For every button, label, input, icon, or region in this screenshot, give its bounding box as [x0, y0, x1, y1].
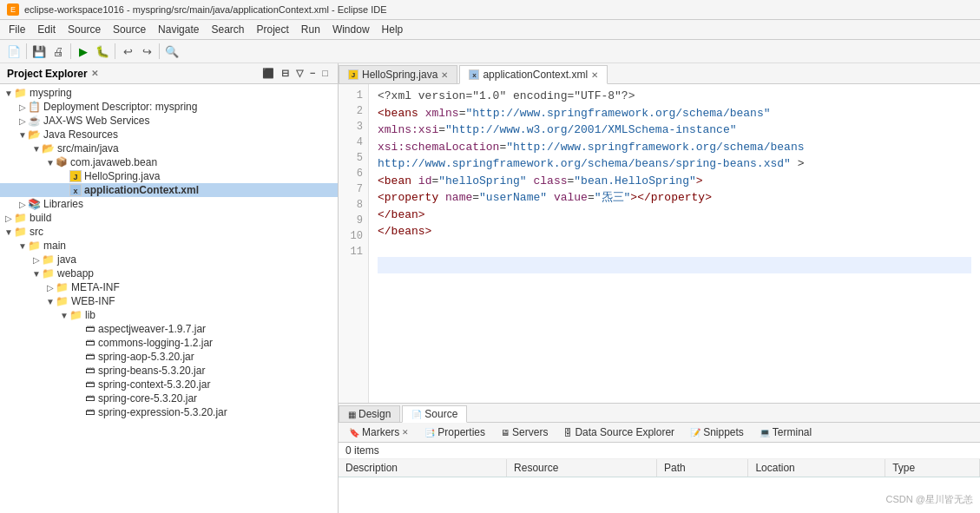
- menu-item-source[interactable]: Source: [62, 22, 106, 37]
- tree-item-jar6[interactable]: 🗃spring-core-5.3.20.jar: [0, 391, 338, 405]
- print-btn[interactable]: 🖨: [49, 43, 67, 60]
- tree-arrow-myspring[interactable]: ▼: [3, 89, 14, 98]
- code-line-1[interactable]: <?xml version="1.0" encoding="UTF-8"?>: [378, 88, 971, 105]
- tree-item-jar5[interactable]: 🗃spring-context-5.3.20.jar: [0, 378, 338, 391]
- bottom-tab-label-markers: Markers: [362, 426, 399, 438]
- editor-tab-appcontext[interactable]: xapplicationContext.xml ✕: [459, 65, 608, 84]
- tree-item-jar1[interactable]: 🗃aspectjweaver-1.9.7.jar: [0, 322, 338, 336]
- menu-item-source[interactable]: Source: [108, 22, 151, 37]
- menu-item-navigate[interactable]: Navigate: [153, 22, 204, 37]
- tree-item-jar7[interactable]: 🗃spring-expression-5.3.20.jar: [0, 405, 338, 419]
- code-line-3[interactable]: xmlns:xsi="http://www.w3.org/2001/XMLSch…: [378, 122, 971, 139]
- tree-icon-libraries: 📚: [28, 198, 41, 210]
- tree-item-jar3[interactable]: 🗃spring-aop-5.3.20.jar: [0, 350, 338, 364]
- bottom-tab-datasource[interactable]: 🗄Data Source Explorer: [556, 424, 681, 440]
- tree-item-src[interactable]: ▼📁src: [0, 225, 338, 239]
- tree-arrow-java[interactable]: ▷: [31, 255, 42, 265]
- code-line-5[interactable]: http://www.springframework.org/schema/be…: [378, 155, 971, 173]
- tree-icon-src-main-java: 📂: [42, 142, 55, 155]
- code-line-6[interactable]: <bean id="helloSpring" class="bean.Hello…: [378, 173, 971, 190]
- tree-item-libraries[interactable]: ▷📚Libraries: [0, 197, 338, 211]
- pe-filter[interactable]: ⊟: [279, 67, 292, 80]
- tab-close-appcontext[interactable]: ✕: [591, 70, 598, 80]
- tree-item-web-inf[interactable]: ▼📁WEB-INF: [0, 294, 338, 308]
- pe-close-icon[interactable]: ✕: [91, 69, 98, 78]
- tree-item-myspring[interactable]: ▼📁myspring: [0, 86, 338, 100]
- tree-arrow-lib[interactable]: ▼: [59, 311, 69, 320]
- bottom-tab-terminal[interactable]: 💻Terminal: [753, 424, 819, 440]
- save-btn[interactable]: 💾: [30, 43, 48, 60]
- tree-item-java-resources[interactable]: ▼📂Java Resources: [0, 128, 338, 141]
- menu-item-window[interactable]: Window: [327, 22, 375, 37]
- tree-item-jar2[interactable]: 🗃commons-logging-1.2.jar: [0, 336, 338, 350]
- undo-btn[interactable]: ↩: [119, 43, 136, 60]
- run-btn[interactable]: ▶: [75, 43, 92, 60]
- bottom-tab-snippets[interactable]: 📝Snippets: [683, 424, 751, 440]
- pe-view-menu[interactable]: ▽: [293, 67, 306, 80]
- bottom-tab-close-markers[interactable]: ✕: [402, 428, 409, 437]
- code-line-2[interactable]: <beans xmlns="http://www.springframework…: [378, 105, 971, 122]
- bottom-tab-properties[interactable]: 📑Properties: [418, 424, 492, 440]
- toolbar-sep-2: [70, 43, 71, 59]
- code-line-9[interactable]: </beans>: [378, 223, 971, 240]
- tree-item-hellospring-java[interactable]: JHelloSpring.java: [0, 169, 338, 183]
- tree-item-build[interactable]: ▷📁build: [0, 211, 338, 225]
- table-header-type: Type: [885, 459, 980, 477]
- pe-maximize[interactable]: □: [319, 67, 331, 80]
- tree-icon-com-javaweb: 📦: [56, 156, 68, 168]
- editor-tab-hellospring[interactable]: JHelloSpring.java ✕: [339, 65, 457, 83]
- tree-arrow-meta-inf[interactable]: ▷: [45, 283, 56, 293]
- tree-item-webapp[interactable]: ▼📁webapp: [0, 266, 338, 280]
- tree-label-deployment: Deployment Descriptor: myspring: [43, 101, 197, 113]
- menu-item-run[interactable]: Run: [296, 22, 326, 37]
- menu-item-file[interactable]: File: [3, 22, 30, 37]
- code-line-4[interactable]: xsi:schemaLocation="http://www.springfra…: [378, 139, 971, 156]
- code-line-10[interactable]: [378, 240, 971, 257]
- debug-btn[interactable]: 🐛: [94, 43, 111, 60]
- tree-arrow-deployment[interactable]: ▷: [17, 102, 28, 112]
- tree-arrow-java-resources[interactable]: ▼: [17, 130, 28, 140]
- tree-item-meta-inf[interactable]: ▷📁META-INF: [0, 280, 338, 294]
- tree-item-main[interactable]: ▼📁main: [0, 239, 338, 253]
- tree-arrow-main[interactable]: ▼: [17, 241, 28, 251]
- menu-item-search[interactable]: Search: [206, 22, 249, 37]
- menu-item-project[interactable]: Project: [252, 22, 294, 37]
- tree-item-src-main-java[interactable]: ▼📂src/main/java: [0, 141, 338, 155]
- bottom-tab-icon-terminal: 💻: [760, 428, 770, 437]
- tree-arrow-jaxws[interactable]: ▷: [17, 116, 28, 126]
- code-line-8[interactable]: </bean>: [378, 207, 971, 224]
- new-btn[interactable]: 📄: [5, 43, 23, 60]
- ds-tab-design[interactable]: ▦Design: [339, 405, 400, 422]
- ds-tab-source[interactable]: 📄Source: [402, 405, 467, 423]
- code-line-11[interactable]: [378, 257, 971, 273]
- redo-btn[interactable]: ↪: [138, 43, 155, 60]
- menu-item-edit[interactable]: Edit: [32, 22, 61, 37]
- tree-item-appcontext-xml[interactable]: xapplicationContext.xml: [0, 183, 338, 197]
- code-editor[interactable]: 1234567891011 <?xml version="1.0" encodi…: [339, 84, 980, 403]
- tree-arrow-build[interactable]: ▷: [3, 214, 14, 223]
- tree-label-jar4: spring-beans-5.3.20.jar: [98, 365, 205, 377]
- tree-arrow-src-main-java[interactable]: ▼: [31, 144, 42, 154]
- menu-item-help[interactable]: Help: [377, 22, 409, 37]
- bottom-tab-markers[interactable]: 🔖Markers ✕: [342, 424, 416, 440]
- tree-arrow-webapp[interactable]: ▼: [31, 269, 42, 279]
- code-line-7[interactable]: <property name="userName" value="炁三"></p…: [378, 189, 971, 207]
- tree-item-com-javaweb[interactable]: ▼📦com.javaweb.bean: [0, 155, 338, 169]
- tree-arrow-src[interactable]: ▼: [3, 227, 14, 237]
- tree-item-deployment[interactable]: ▷📋Deployment Descriptor: myspring: [0, 100, 338, 114]
- tree-item-java[interactable]: ▷📁java: [0, 253, 338, 266]
- tree-item-jar4[interactable]: 🗃spring-beans-5.3.20.jar: [0, 364, 338, 378]
- search-btn[interactable]: 🔍: [163, 43, 181, 60]
- tree-icon-java-resources: 📂: [28, 128, 41, 141]
- bottom-tab-servers[interactable]: 🖥Servers: [494, 424, 555, 440]
- app-icon: E: [7, 3, 19, 16]
- tree-arrow-com-javaweb[interactable]: ▼: [45, 158, 56, 168]
- pe-collapse-all[interactable]: ⬛: [260, 67, 277, 80]
- tree-item-lib[interactable]: ▼📁lib: [0, 308, 338, 322]
- code-content[interactable]: <?xml version="1.0" encoding="UTF-8"?><b…: [369, 84, 980, 403]
- tree-item-jaxws[interactable]: ▷☕JAX-WS Web Services: [0, 114, 338, 128]
- tab-close-hellospring[interactable]: ✕: [441, 70, 448, 80]
- tree-arrow-libraries[interactable]: ▷: [17, 200, 28, 209]
- pe-minimize[interactable]: −: [307, 67, 318, 80]
- tree-arrow-web-inf[interactable]: ▼: [45, 297, 56, 306]
